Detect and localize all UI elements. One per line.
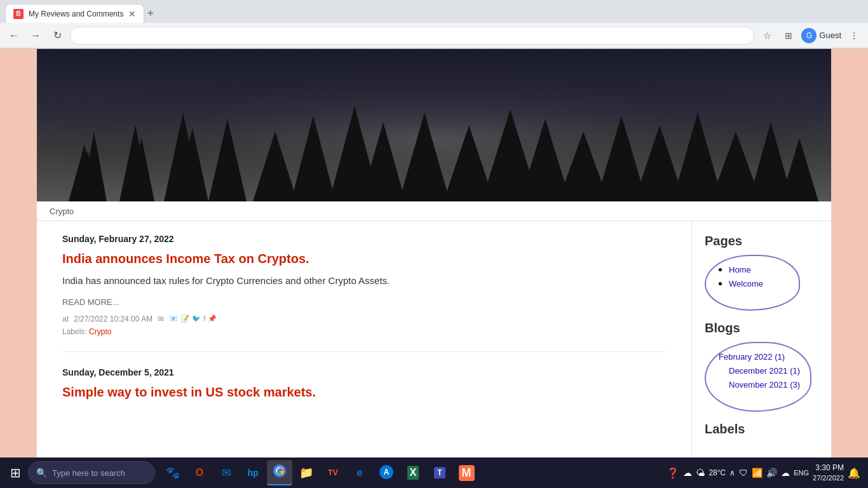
sidebar-blog-dec2021-link[interactable]: December 2021 (1) [729,366,800,376]
taskbar-antivirus-icon[interactable]: 🛡 [739,468,748,478]
post-1-labels-prefix: Labels: [62,327,87,336]
excel-icon: X [407,466,419,480]
hero-image [37,49,831,201]
crypto-category-bar: Crypto [37,201,831,221]
sidebar-blog-feb2022-link[interactable]: February 2022 (1) [719,352,785,362]
taskbar-app-ask[interactable]: A [374,460,399,485]
tv-icon: TV [328,468,337,477]
taskbar-notification-icon[interactable]: 🔔 [848,467,860,479]
office-icon: O [196,467,203,478]
taskbar-network-icon[interactable]: 📶 [752,468,763,478]
sidebar-pages-list: Home Welcome [716,264,789,289]
tab-close-button[interactable]: ✕ [128,9,136,19]
active-tab[interactable]: B My Reviews and Comments ✕ [5,4,144,23]
post-1-meta: at 2/27/2022 10:24:00 AM ✉ 📧 📝 🐦 f 📌 [62,315,666,323]
sidebar-blogs-circle: February 2022 (1) December 2021 (1) [705,342,811,412]
post-1-date: Sunday, February 27, 2022 [62,234,666,244]
start-icon: ⊞ [10,465,21,480]
taskbar-search-input[interactable] [52,468,141,478]
sidebar-pages-circle: Home Welcome [705,255,800,311]
profile-button[interactable]: G Guest [801,28,841,43]
profile-label: Guest [819,30,841,40]
reload-button[interactable]: ↻ [48,27,66,44]
sidebar-pages-title: Pages [705,234,818,248]
taskbar-app-office[interactable]: O [187,460,212,485]
post-2-title[interactable]: Simple way to invest in US stock markets… [62,385,666,400]
sidebar-blogs-section: Blogs February 2022 (1) December 2021 [705,321,818,422]
sidebar-page-home-link[interactable]: Home [729,265,751,274]
new-tab-button[interactable]: + [147,7,154,20]
sidebar-page-welcome-link[interactable]: Welcome [729,279,763,288]
taskbar-app-folder[interactable]: 📁 [294,460,319,485]
bookmark-button[interactable]: ☆ [758,27,776,44]
post-1-share-twitter[interactable]: 🐦 [192,315,201,323]
taskbar-onedrive-icon[interactable]: ☁ [781,468,790,478]
extensions-button[interactable]: ⊞ [780,27,797,44]
taskbar-help-icon[interactable]: ❓ [667,467,679,479]
taskbar-volume-icon[interactable]: 🔊 [766,468,777,478]
svg-text:A: A [384,468,390,477]
sidebar-page-home: Home [729,264,789,275]
taskbar-app-edge[interactable]: e [347,460,372,485]
sidebar-page-welcome: Welcome [729,278,789,289]
taskbar-app-hp[interactable]: hp [240,460,266,485]
taskbar-weather-icon[interactable]: 🌤 [696,468,705,478]
taskbar-chevron-icon[interactable]: ∧ [729,468,735,477]
edge-icon: e [357,467,363,478]
taskbar-clock[interactable]: 3:30 PM 27/2/2022 [813,463,844,483]
taskbar-right: ❓ ☁ 🌤 28°C ∧ 🛡 📶 🔊 ☁ ENG 3:30 PM 27/2/20… [667,463,865,483]
post-1-meta-time[interactable]: 2/27/2022 10:24:00 AM [74,315,153,323]
post-1-share-blog[interactable]: 📝 [180,315,189,323]
post-1-email-icon[interactable]: ✉ [158,315,164,323]
taskbar-search-bar[interactable]: 🔍 [28,461,155,484]
post-1-at: at [62,315,69,323]
taskbar-language: ENG [794,469,809,477]
sidebar-pages-section: Pages Home Welcome [705,234,818,321]
main-layout: Sunday, February 27, 2022 India announce… [37,221,831,458]
content-area: Sunday, February 27, 2022 India announce… [37,221,691,458]
sidebar-blogs-title: Blogs [705,321,818,336]
nav-bar: ← → ↻ ☆ ⊞ G Guest ⋮ [0,23,868,48]
crypto-category-link[interactable]: Crypto [50,207,74,216]
taskbar-time: 3:30 PM [813,463,844,473]
taskbar-app-excel[interactable]: X [400,460,426,485]
chrome-icon [273,464,286,480]
taskbar: ⊞ 🔍 🐾 O ✉ hp [0,458,868,488]
post-1-excerpt: India has announced tax rules for Crypto… [62,274,666,288]
taskbar-cloud-icon[interactable]: ☁ [683,468,692,478]
page-wrapper: Crypto Sunday, February 27, 2022 India a… [0,49,868,458]
post-1-read-more[interactable]: READ MORE... [62,297,666,307]
hp-icon: hp [247,468,258,478]
forward-button[interactable]: → [27,27,44,44]
telep-icon: T [434,467,445,478]
ask-icon: A [379,465,393,481]
back-button[interactable]: ← [5,27,23,44]
menu-button[interactable]: ⋮ [845,27,863,44]
start-button[interactable]: ⊞ [3,460,28,485]
post-1-share-email[interactable]: 📧 [169,315,178,323]
taskbar-app-telep[interactable]: T [427,460,452,485]
taskbar-app-myblog[interactable]: M [454,460,479,485]
tab-favicon: B [13,9,24,19]
browser-chrome: B My Reviews and Comments ✕ + ← → ↻ ☆ ⊞ … [0,0,868,49]
sidebar-blog-dec2021: December 2021 (1) [729,365,800,376]
address-bar[interactable] [70,27,754,44]
taskbar-app-mail[interactable]: ✉ [214,460,239,485]
taskbar-app-tv[interactable]: TV [320,460,346,485]
post-divider [62,351,666,352]
myblog-icon: M [459,465,475,481]
sidebar-labels-title: Labels [705,422,818,437]
sidebar-labels-section: Labels [705,422,818,437]
post-1-labels: Labels: Crypto [62,327,666,336]
taskbar-app-kaspersky[interactable]: 🐾 [160,460,186,485]
post-1-title[interactable]: India announces Income Tax on Cryptos. [62,252,666,266]
blog-post-2: Sunday, December 5, 2021 Simple way to i… [62,367,666,400]
sidebar-blog-nov2021-link[interactable]: November 2021 (3) [729,380,800,390]
post-1-label-crypto[interactable]: Crypto [89,327,111,336]
post-1-share-facebook[interactable]: f [203,315,205,323]
profile-icon: G [801,28,817,43]
mail-icon: ✉ [222,466,231,480]
taskbar-app-chrome[interactable] [267,460,292,485]
post-1-share-pinterest[interactable]: 📌 [208,315,217,323]
hero-forest-svg [37,49,831,201]
